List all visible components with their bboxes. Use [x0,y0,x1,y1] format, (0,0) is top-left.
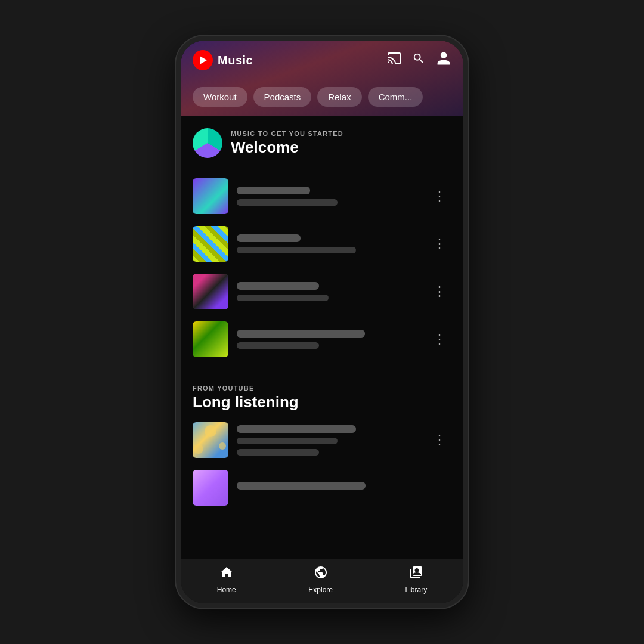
chip-podcasts[interactable]: Podcasts [253,87,312,107]
track-item: ⋮ [193,172,451,220]
welcome-section-header: MUSIC TO GET YOU STARTED Welcome [193,128,451,158]
more-options-button[interactable]: ⋮ [428,187,451,205]
long-listening-text-block: FROM YOUTUBE Long listening [193,385,451,411]
track-title-line [237,234,301,242]
track-extra-line [237,449,319,456]
cast-icon[interactable] [387,52,401,68]
track-subtitle-line [237,438,338,444]
track-info [237,330,420,349]
track-item: ⋮ [193,416,451,464]
long-listening-section: FROM YOUTUBE Long listening [181,373,463,416]
library-icon [409,565,423,583]
track-item: ⋮ [193,268,451,315]
welcome-title: Welcome [231,138,343,157]
chip-workout[interactable]: Workout [193,87,247,107]
track-title-line [237,187,310,194]
logo-area: Music [193,50,253,70]
nav-home[interactable]: Home [217,565,236,594]
welcome-section: MUSIC TO GET YOU STARTED Welcome [181,116,463,172]
header-top: Music [193,50,451,70]
track-thumbnail[interactable] [193,321,228,357]
chip-community[interactable]: Comm... [368,87,423,107]
track-item [193,464,451,512]
track-thumbnail[interactable] [193,274,228,309]
track-title-line [237,425,356,433]
track-info [237,234,420,253]
track-thumbnail[interactable] [193,422,228,458]
explore-icon [314,565,328,583]
track-subtitle-line [237,342,319,349]
home-icon [219,565,234,583]
header-icons [387,51,451,70]
welcome-icon [193,128,222,158]
welcome-label: MUSIC TO GET YOU STARTED [231,130,343,137]
track-info [237,282,420,301]
track-item: ⋮ [193,220,451,268]
long-listening-track-list: ⋮ [181,416,463,512]
youtube-music-logo-icon [193,50,213,70]
phone-frame: Music [176,36,468,608]
chips-row: Workout Podcasts Relax Comm... [193,80,451,116]
bottom-nav: Home Explore Library [181,559,463,603]
welcome-text-block: MUSIC TO GET YOU STARTED Welcome [231,130,343,157]
nav-library[interactable]: Library [405,565,428,594]
track-title-line [237,282,319,290]
track-subtitle-line [237,247,356,253]
track-item: ⋮ [193,315,451,363]
track-subtitle-line [237,199,338,206]
track-title-line [237,330,365,338]
track-info [237,482,451,494]
track-subtitle-line [237,295,329,301]
more-options-button[interactable]: ⋮ [428,283,451,301]
app-header: Music [181,41,463,116]
track-title-line [237,482,366,490]
track-thumbnail[interactable] [193,226,228,262]
track-info [237,425,420,456]
search-icon[interactable] [412,52,425,69]
long-listening-title: Long listening [193,393,451,411]
nav-home-label: Home [217,586,236,594]
account-icon[interactable] [436,51,451,70]
more-options-button[interactable]: ⋮ [428,330,451,348]
chip-relax[interactable]: Relax [317,87,361,107]
long-listening-label: FROM YOUTUBE [193,385,451,392]
track-thumbnail[interactable] [193,470,228,506]
app-name: Music [218,54,253,67]
more-options-button[interactable]: ⋮ [428,431,451,449]
nav-library-label: Library [405,586,428,594]
more-options-button[interactable]: ⋮ [428,235,451,253]
track-thumbnail[interactable] [193,178,228,214]
nav-explore[interactable]: Explore [308,565,333,594]
nav-explore-label: Explore [308,586,333,594]
track-info [237,187,420,206]
welcome-track-list: ⋮ ⋮ ⋮ [181,172,463,363]
app-content: MUSIC TO GET YOU STARTED Welcome ⋮ [181,116,463,559]
